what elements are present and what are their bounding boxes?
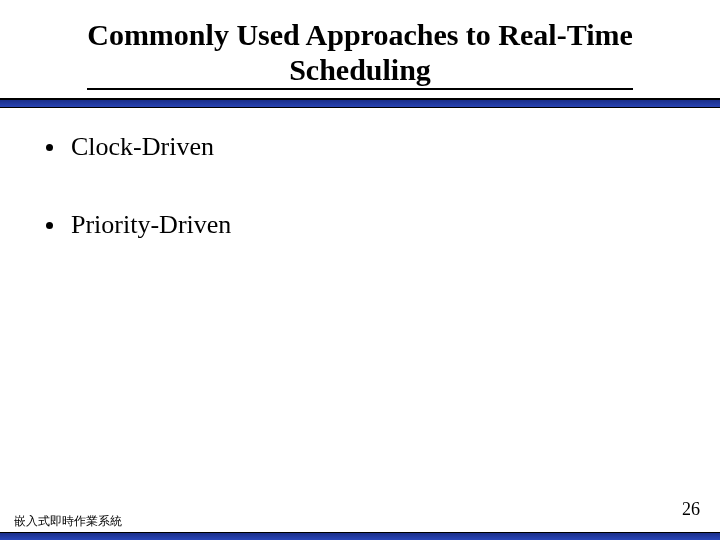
- slide-title-line1: Commonly Used Approaches to Real-Time: [87, 18, 633, 53]
- slide: Commonly Used Approaches to Real-Time Sc…: [0, 0, 720, 540]
- slide-title: Commonly Used Approaches to Real-Time Sc…: [87, 18, 633, 90]
- footer-divider: [0, 532, 720, 540]
- list-item: Priority-Driven: [46, 210, 674, 240]
- slide-title-line2: Scheduling: [87, 53, 633, 88]
- title-divider: [0, 98, 720, 108]
- bullet-icon: [46, 144, 53, 151]
- slide-footer: 嵌入式即時作業系統 26: [0, 508, 720, 540]
- bullet-text: Clock-Driven: [71, 132, 214, 162]
- footer-label: 嵌入式即時作業系統: [14, 513, 122, 530]
- slide-title-area: Commonly Used Approaches to Real-Time Sc…: [0, 0, 720, 90]
- page-number: 26: [682, 499, 700, 520]
- bullet-text: Priority-Driven: [71, 210, 231, 240]
- bullet-icon: [46, 222, 53, 229]
- slide-content: Clock-Driven Priority-Driven: [46, 132, 674, 288]
- list-item: Clock-Driven: [46, 132, 674, 162]
